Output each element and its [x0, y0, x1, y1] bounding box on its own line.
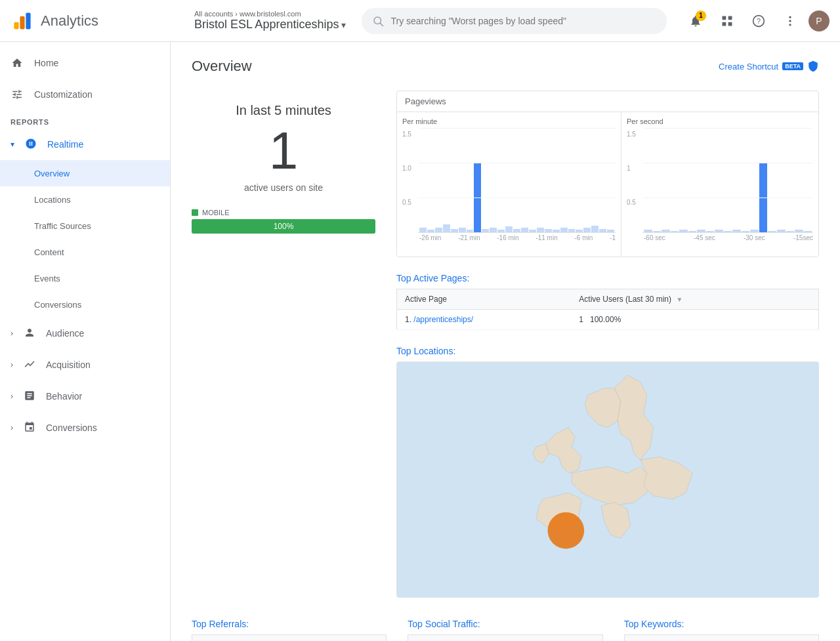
more-options-button[interactable]: [777, 8, 803, 34]
svg-rect-5: [723, 16, 726, 20]
active-pages-table: Active Page Active Users (Last 30 min) ▼: [396, 289, 819, 330]
apps-button[interactable]: [714, 8, 740, 34]
right-panel: Pageviews Per minute 1.5 1.0 0.5: [396, 91, 819, 598]
x-label-15sec: -15sec: [793, 234, 813, 241]
svg-point-11: [789, 16, 791, 18]
x-label-1min: -1: [610, 234, 616, 241]
search-input[interactable]: [390, 16, 656, 26]
shield-icon: [807, 60, 819, 72]
active-users-headline: In last 5 minutes: [192, 101, 375, 119]
customization-icon: [10, 88, 24, 101]
top-keywords-section: Top Keywords: Keyword Active Users (Last…: [624, 619, 819, 641]
sidebar-item-audience[interactable]: › Audience: [0, 318, 170, 349]
more-vert-icon: [784, 14, 797, 28]
per-minute-label: Per minute: [402, 117, 616, 125]
sidebar-item-acquisition[interactable]: › Acquisition: [0, 349, 170, 381]
audience-icon: [24, 327, 35, 341]
x-label-30sec: -30 sec: [744, 234, 765, 241]
sidebar-sub-content[interactable]: Content: [0, 239, 170, 265]
chart-title: Pageviews: [397, 91, 818, 112]
social-col-source: Source: [408, 635, 458, 642]
active-page-row: 1. /apprenticeships/ 1 100.00%: [397, 310, 819, 330]
x-label-11min: -11 min: [536, 234, 557, 241]
beta-badge: BETA: [782, 62, 803, 70]
behavior-icon: [24, 390, 35, 403]
referrals-col-users[interactable]: Active Users (Last 30 min) ▼: [242, 635, 387, 642]
reports-section-label: REPORTS: [0, 110, 170, 129]
x-label-16min: -16 min: [497, 234, 518, 241]
app-title: Analytics: [41, 12, 98, 30]
svg-line-4: [381, 23, 383, 26]
grid-icon: [721, 14, 734, 28]
svg-point-13: [789, 24, 791, 26]
create-shortcut-button[interactable]: Create Shortcut BETA: [719, 60, 819, 72]
realtime-row: In last 5 minutes 1 active users on site…: [192, 91, 819, 598]
x-label-6min: -6 min: [575, 234, 593, 241]
top-locations-heading[interactable]: Top Locations:: [396, 346, 819, 356]
top-navigation: Analytics All accounts › www.bristolesl.…: [0, 0, 840, 42]
top-referrals-heading[interactable]: Top Referrals:: [192, 619, 387, 629]
svg-point-12: [789, 20, 791, 22]
mobile-bar-fill: 100%: [192, 219, 375, 234]
page-header: Overview Create Shortcut BETA: [192, 58, 819, 75]
top-social-section: Top Social Traffic: Source Active Users …: [408, 619, 602, 641]
pageviews-chart: Pageviews Per minute 1.5 1.0 0.5: [396, 91, 819, 257]
sidebar-item-home[interactable]: Home: [0, 47, 170, 79]
active-users-label: active users on site: [192, 182, 375, 193]
main-layout: Home Customization REPORTS ▾ Realtime Ov…: [0, 42, 840, 641]
social-col-users[interactable]: Active Users (Last 30 min) ▼: [457, 635, 602, 642]
svg-rect-7: [723, 22, 726, 26]
sidebar-item-realtime[interactable]: ▾ Realtime: [0, 129, 170, 160]
top-social-table: Source Active Users (Last 30 min) ▼ Ther…: [408, 634, 602, 641]
notifications-button[interactable]: 1: [682, 8, 709, 34]
top-active-pages-section: Top Active Pages: Active Page Active Use…: [396, 273, 819, 330]
map-container: [396, 362, 819, 598]
home-icon: [10, 56, 24, 70]
page-title: Overview: [192, 58, 252, 75]
realtime-icon: [25, 138, 37, 152]
top-social-heading[interactable]: Top Social Traffic:: [408, 619, 602, 629]
account-name[interactable]: Bristol ESL Apprenticeships ▾: [194, 18, 346, 31]
active-users-count: 1: [192, 125, 375, 177]
active-users-box: In last 5 minutes 1 active users on site: [192, 91, 375, 193]
svg-point-15: [548, 512, 585, 549]
account-selector[interactable]: All accounts › www.bristolesl.com Bristo…: [194, 10, 346, 31]
sidebar-sub-overview[interactable]: Overview: [0, 160, 170, 186]
sidebar-sub-locations[interactable]: Locations: [0, 186, 170, 213]
sidebar-sub-traffic-sources[interactable]: Traffic Sources: [0, 213, 170, 239]
search-bar[interactable]: [362, 8, 667, 34]
sidebar-item-behavior[interactable]: › Behavior: [0, 381, 170, 412]
help-icon: ?: [752, 14, 765, 28]
active-pages-col-users[interactable]: Active Users (Last 30 min) ▼: [571, 289, 818, 310]
chart-per-minute: Per minute 1.5 1.0 0.5: [397, 112, 621, 257]
notification-badge: 1: [696, 10, 706, 21]
mobile-bar-track: 100%: [192, 219, 375, 234]
x-label-26min: -26 min: [419, 234, 441, 241]
top-active-pages-heading[interactable]: Top Active Pages:: [396, 273, 819, 283]
top-keywords-heading[interactable]: Top Keywords:: [624, 619, 819, 629]
main-content: Overview Create Shortcut BETA In last 5 …: [171, 42, 840, 641]
active-page-link[interactable]: /apprenticeships/: [413, 315, 473, 324]
top-locations-section: Top Locations:: [396, 346, 819, 598]
chart-inner: Per minute 1.5 1.0 0.5: [397, 112, 818, 257]
sidebar-sub-conversions-realtime[interactable]: Conversions: [0, 291, 170, 318]
per-second-label: Per second: [627, 117, 813, 125]
conversions-icon: [24, 421, 35, 435]
x-label-60sec: -60 sec: [644, 234, 665, 241]
top-referrals-table: Source Active Users (Last 30 min) ▼ Ther…: [192, 634, 387, 641]
avatar[interactable]: P: [808, 10, 830, 31]
chart-per-second: Per second 1.5 1 0.5: [621, 112, 818, 257]
sidebar-item-customization[interactable]: Customization: [0, 79, 170, 110]
help-button[interactable]: ?: [746, 8, 772, 34]
sidebar-sub-events[interactable]: Events: [0, 265, 170, 291]
sidebar-item-conversions[interactable]: › Conversions: [0, 412, 170, 444]
svg-rect-0: [14, 22, 18, 29]
svg-rect-2: [26, 12, 30, 29]
keywords-col-keyword: Keyword: [624, 635, 679, 642]
keywords-col-users[interactable]: Active Users (Last 30 min) ▼: [679, 635, 818, 642]
tables-row: Top Referrals: Source Active Users (Last…: [192, 619, 819, 641]
svg-text:?: ?: [757, 17, 761, 25]
map-svg: [397, 362, 818, 597]
account-breadcrumb: All accounts › www.bristolesl.com: [194, 10, 346, 18]
analytics-logo-icon: [10, 9, 34, 33]
